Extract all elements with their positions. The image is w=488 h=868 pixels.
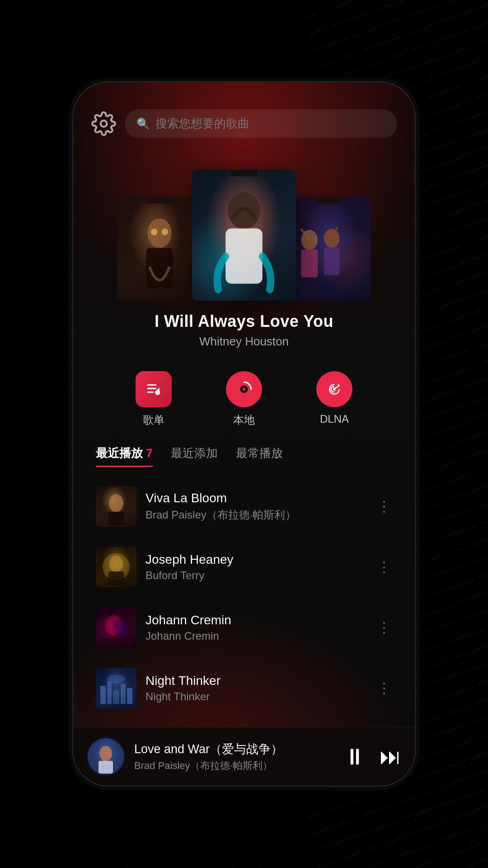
svg-point-34 [99, 746, 112, 761]
song-name-1: Viva La Bloom [145, 491, 368, 505]
nav-item-local[interactable]: 本地 [226, 371, 262, 427]
svg-rect-12 [147, 388, 157, 389]
song-details-3: Johann Cremin Johann Cremin [145, 613, 368, 642]
svg-point-32 [107, 675, 125, 684]
tab-most[interactable]: 最常播放 [236, 445, 283, 467]
phone-frame: 🔍 搜索您想要的歌曲 [72, 81, 416, 787]
svg-rect-8 [301, 249, 318, 277]
search-bar[interactable]: 🔍 搜索您想要的歌曲 [125, 109, 397, 138]
svg-rect-27 [100, 686, 106, 704]
tab-bar: 最近播放 7 最近添加 最常播放 [73, 432, 415, 467]
search-icon: 🔍 [136, 118, 150, 130]
svg-point-5 [228, 192, 260, 229]
recent-count: 7 [146, 446, 152, 460]
song-thumb-1 [96, 486, 136, 527]
nav-label-playlist: 歌单 [143, 413, 164, 427]
nav-label-dlna: DLNA [320, 413, 349, 425]
pause-button[interactable]: ⏸ [343, 745, 366, 768]
svg-point-4 [161, 228, 168, 235]
svg-rect-31 [127, 688, 132, 704]
song-artist-1: Brad Paisley（布拉德·帕斯利） [145, 508, 368, 522]
song-list: Viva La Bloom Brad Paisley（布拉德·帕斯利） ⋮ Jo… [73, 476, 415, 718]
np-title: Love and War（爱与战争） [134, 741, 334, 757]
svg-point-17 [243, 388, 245, 391]
svg-point-20 [109, 494, 123, 512]
np-details: Love and War（爱与战争） Brad Paisley（布拉德·帕斯利） [134, 741, 334, 773]
album-figure-1 [126, 212, 193, 301]
song-row-3[interactable]: Johann Cremin Johann Cremin ⋮ [87, 597, 401, 658]
song-thumb-3 [96, 607, 136, 648]
more-button-1[interactable]: ⋮ [377, 498, 392, 515]
song-row-1[interactable]: Viva La Bloom Brad Paisley（布拉德·帕斯利） ⋮ [87, 476, 401, 537]
np-artist: Brad Paisley（布拉德·帕斯利） [134, 759, 334, 773]
svg-rect-11 [147, 384, 157, 386]
song-details-2: Joseph Heaney Buford Terry [145, 552, 368, 582]
vinyl-top-center [230, 170, 258, 176]
svg-rect-21 [108, 512, 124, 525]
tab-new[interactable]: 最近添加 [171, 445, 218, 467]
local-icon [226, 371, 262, 407]
svg-point-23 [109, 556, 123, 572]
album-card-right[interactable] [287, 197, 371, 301]
song-artist-4: Night Thinker [145, 690, 368, 703]
nav-label-local: 本地 [233, 413, 255, 427]
song-info: I Will Always Love You Whitney Houston [73, 312, 415, 349]
search-placeholder: 搜索您想要的歌曲 [155, 116, 249, 132]
song-details-4: Night Thinker Night Thinker [145, 674, 368, 703]
playlist-icon [136, 371, 172, 407]
svg-rect-29 [113, 690, 119, 704]
more-button-3[interactable]: ⋮ [377, 619, 392, 636]
song-artist: Whitney Houston [91, 335, 397, 349]
song-name-4: Night Thinker [145, 674, 368, 688]
album-card-left[interactable] [117, 197, 201, 301]
svg-point-3 [150, 228, 157, 235]
np-album-art [87, 737, 125, 776]
svg-rect-24 [108, 571, 124, 585]
nav-icons: 歌单 本地 [73, 371, 415, 427]
song-artist-3: Johann Cremin [145, 630, 368, 642]
svg-point-1 [147, 218, 171, 248]
song-thumb-2 [96, 547, 136, 587]
song-row-2[interactable]: Joseph Heaney Buford Terry ⋮ [87, 537, 401, 597]
song-title: I Will Always Love You [91, 312, 397, 331]
svg-point-0 [101, 121, 107, 127]
settings-button[interactable] [91, 111, 116, 136]
svg-rect-28 [107, 681, 112, 704]
svg-rect-35 [99, 761, 113, 774]
svg-rect-10 [324, 247, 339, 275]
svg-rect-13 [147, 392, 154, 393]
album-carousel [73, 156, 415, 301]
nav-item-dlna[interactable]: DLNA [316, 371, 352, 427]
svg-rect-30 [121, 684, 126, 704]
app-header: 🔍 搜索您想要的歌曲 [73, 82, 415, 147]
song-name-2: Joseph Heaney [145, 552, 368, 567]
album-figure-3 [287, 212, 371, 301]
vinyl-top-right [315, 197, 343, 203]
np-controls: ⏸ ⏭ [343, 745, 401, 768]
next-button[interactable]: ⏭ [380, 746, 401, 768]
vinyl-top-left [146, 197, 173, 203]
more-button-2[interactable]: ⋮ [377, 558, 392, 576]
dlna-icon [316, 371, 352, 407]
album-figure-2 [197, 183, 291, 301]
tab-recent[interactable]: 最近播放 7 [96, 445, 153, 467]
album-card-center[interactable] [192, 170, 296, 301]
song-thumb-4 [96, 668, 136, 708]
song-name-3: Johann Cremin [145, 613, 368, 627]
svg-point-14 [155, 390, 160, 395]
svg-point-26 [113, 618, 128, 637]
more-button-4[interactable]: ⋮ [377, 679, 392, 697]
song-artist-2: Buford Terry [145, 569, 368, 582]
svg-rect-6 [225, 228, 263, 283]
song-row-4[interactable]: Night Thinker Night Thinker ⋮ [87, 658, 401, 718]
nav-item-playlist[interactable]: 歌单 [136, 371, 172, 427]
now-playing-bar[interactable]: Love and War（爱与战争） Brad Paisley（布拉德·帕斯利）… [73, 727, 415, 786]
song-details-1: Viva La Bloom Brad Paisley（布拉德·帕斯利） [145, 491, 368, 522]
